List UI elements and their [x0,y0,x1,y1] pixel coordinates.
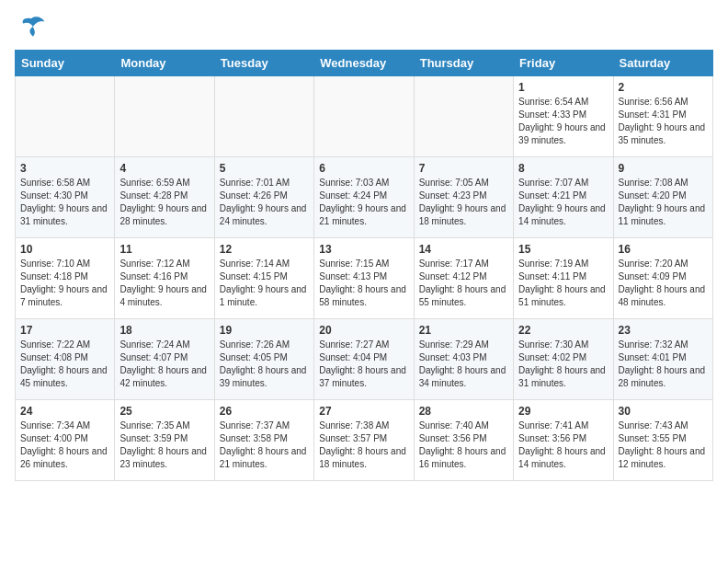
weekday-header-wednesday: Wednesday [314,51,414,76]
calendar-cell: 7Sunrise: 7:05 AM Sunset: 4:23 PM Daylig… [414,157,513,238]
cell-content: Sunrise: 6:59 AM Sunset: 4:28 PM Dayligh… [119,177,209,228]
calendar-cell: 12Sunrise: 7:14 AM Sunset: 4:15 PM Dayli… [214,238,313,319]
day-number: 21 [419,324,508,337]
day-number: 19 [220,324,309,337]
cell-content: Sunrise: 7:15 AM Sunset: 4:13 PM Dayligh… [319,258,408,309]
cell-content: Sunrise: 7:26 AM Sunset: 4:05 PM Dayligh… [220,339,309,390]
calendar-cell: 4Sunrise: 6:59 AM Sunset: 4:28 PM Daylig… [115,157,214,238]
cell-content: Sunrise: 7:07 AM Sunset: 4:21 PM Dayligh… [518,177,608,228]
cell-content: Sunrise: 6:56 AM Sunset: 4:31 PM Dayligh… [619,96,708,147]
calendar-cell [16,76,115,157]
day-number: 10 [20,243,109,256]
calendar-cell [115,76,214,157]
cell-content: Sunrise: 7:10 AM Sunset: 4:18 PM Dayligh… [20,258,109,309]
calendar-cell: 25Sunrise: 7:35 AM Sunset: 3:59 PM Dayli… [115,400,214,481]
day-number: 22 [518,324,608,337]
weekday-header-saturday: Saturday [613,51,712,76]
calendar-cell: 10Sunrise: 7:10 AM Sunset: 4:18 PM Dayli… [16,238,115,319]
day-number: 27 [319,405,408,418]
calendar-cell: 30Sunrise: 7:43 AM Sunset: 3:55 PM Dayli… [613,400,712,481]
calendar-cell: 9Sunrise: 7:08 AM Sunset: 4:20 PM Daylig… [613,157,712,238]
calendar-table: SundayMondayTuesdayWednesdayThursdayFrid… [15,50,713,481]
day-number: 20 [319,324,408,337]
day-number: 23 [619,324,708,337]
cell-content: Sunrise: 7:41 AM Sunset: 3:56 PM Dayligh… [518,419,608,471]
calendar-cell: 23Sunrise: 7:32 AM Sunset: 4:01 PM Dayli… [613,319,712,400]
calendar-week-row: 1Sunrise: 6:54 AM Sunset: 4:33 PM Daylig… [16,76,713,157]
cell-content: Sunrise: 7:14 AM Sunset: 4:15 PM Dayligh… [220,258,309,309]
calendar-cell: 29Sunrise: 7:41 AM Sunset: 3:56 PM Dayli… [514,400,613,481]
calendar-cell: 3Sunrise: 6:58 AM Sunset: 4:30 PM Daylig… [16,157,115,238]
day-number: 30 [619,405,708,418]
day-number: 29 [518,405,608,418]
day-number: 3 [20,162,109,175]
cell-content: Sunrise: 7:29 AM Sunset: 4:03 PM Dayligh… [419,339,508,390]
calendar-cell: 14Sunrise: 7:17 AM Sunset: 4:12 PM Dayli… [414,238,513,319]
calendar-cell [314,76,414,157]
day-number: 11 [119,243,209,256]
calendar-cell: 2Sunrise: 6:56 AM Sunset: 4:31 PM Daylig… [613,76,712,157]
day-number: 9 [619,162,708,175]
cell-content: Sunrise: 7:32 AM Sunset: 4:01 PM Dayligh… [619,339,708,390]
cell-content: Sunrise: 7:43 AM Sunset: 3:55 PM Dayligh… [619,419,708,471]
cell-content: Sunrise: 7:05 AM Sunset: 4:23 PM Dayligh… [419,177,508,228]
calendar-cell: 26Sunrise: 7:37 AM Sunset: 3:58 PM Dayli… [214,400,313,481]
cell-content: Sunrise: 7:08 AM Sunset: 4:20 PM Dayligh… [619,177,708,228]
weekday-header-row: SundayMondayTuesdayWednesdayThursdayFrid… [16,51,713,76]
calendar-cell: 11Sunrise: 7:12 AM Sunset: 4:16 PM Dayli… [115,238,214,319]
weekday-header-sunday: Sunday [16,51,115,76]
cell-content: Sunrise: 7:20 AM Sunset: 4:09 PM Dayligh… [619,258,708,309]
cell-content: Sunrise: 7:30 AM Sunset: 4:02 PM Dayligh… [518,339,608,390]
calendar-week-row: 24Sunrise: 7:34 AM Sunset: 4:00 PM Dayli… [16,400,713,481]
cell-content: Sunrise: 6:54 AM Sunset: 4:33 PM Dayligh… [518,96,608,147]
cell-content: Sunrise: 7:22 AM Sunset: 4:08 PM Dayligh… [20,339,109,390]
day-number: 4 [119,162,209,175]
day-number: 15 [518,243,608,256]
cell-content: Sunrise: 7:03 AM Sunset: 4:24 PM Dayligh… [319,177,408,228]
day-number: 26 [220,405,309,418]
cell-content: Sunrise: 7:38 AM Sunset: 3:57 PM Dayligh… [319,419,408,471]
day-number: 17 [20,324,109,337]
calendar-cell: 16Sunrise: 7:20 AM Sunset: 4:09 PM Dayli… [613,238,712,319]
day-number: 5 [220,162,309,175]
weekday-header-monday: Monday [115,51,214,76]
day-number: 14 [419,243,508,256]
weekday-header-tuesday: Tuesday [214,51,313,76]
day-number: 25 [119,405,209,418]
calendar-cell: 28Sunrise: 7:40 AM Sunset: 3:56 PM Dayli… [414,400,513,481]
cell-content: Sunrise: 6:58 AM Sunset: 4:30 PM Dayligh… [20,177,109,228]
day-number: 7 [419,162,508,175]
cell-content: Sunrise: 7:19 AM Sunset: 4:11 PM Dayligh… [518,258,608,309]
calendar-cell [214,76,313,157]
calendar-cell: 20Sunrise: 7:27 AM Sunset: 4:04 PM Dayli… [314,319,414,400]
weekday-header-friday: Friday [514,51,613,76]
calendar-cell: 19Sunrise: 7:26 AM Sunset: 4:05 PM Dayli… [214,319,313,400]
day-number: 6 [319,162,408,175]
weekday-header-thursday: Thursday [414,51,513,76]
day-number: 12 [220,243,309,256]
calendar-cell: 8Sunrise: 7:07 AM Sunset: 4:21 PM Daylig… [514,157,613,238]
cell-content: Sunrise: 7:34 AM Sunset: 4:00 PM Dayligh… [20,419,109,471]
calendar-week-row: 17Sunrise: 7:22 AM Sunset: 4:08 PM Dayli… [16,319,713,400]
cell-content: Sunrise: 7:12 AM Sunset: 4:16 PM Dayligh… [119,258,209,309]
day-number: 8 [518,162,608,175]
cell-content: Sunrise: 7:40 AM Sunset: 3:56 PM Dayligh… [419,419,508,471]
cell-content: Sunrise: 7:37 AM Sunset: 3:58 PM Dayligh… [220,419,309,471]
day-number: 16 [619,243,708,256]
day-number: 2 [619,81,708,94]
calendar-cell: 22Sunrise: 7:30 AM Sunset: 4:02 PM Dayli… [514,319,613,400]
calendar-cell [414,76,513,157]
day-number: 13 [319,243,408,256]
cell-content: Sunrise: 7:35 AM Sunset: 3:59 PM Dayligh… [119,419,209,471]
cell-content: Sunrise: 7:01 AM Sunset: 4:26 PM Dayligh… [220,177,309,228]
calendar-cell: 21Sunrise: 7:29 AM Sunset: 4:03 PM Dayli… [414,319,513,400]
day-number: 24 [20,405,109,418]
calendar-cell: 27Sunrise: 7:38 AM Sunset: 3:57 PM Dayli… [314,400,414,481]
calendar-week-row: 10Sunrise: 7:10 AM Sunset: 4:18 PM Dayli… [16,238,713,319]
cell-content: Sunrise: 7:17 AM Sunset: 4:12 PM Dayligh… [419,258,508,309]
calendar-cell: 15Sunrise: 7:19 AM Sunset: 4:11 PM Dayli… [514,238,613,319]
calendar-cell: 13Sunrise: 7:15 AM Sunset: 4:13 PM Dayli… [314,238,414,319]
calendar-cell: 5Sunrise: 7:01 AM Sunset: 4:26 PM Daylig… [214,157,313,238]
logo-bird-icon [17,15,46,40]
calendar-cell: 18Sunrise: 7:24 AM Sunset: 4:07 PM Dayli… [115,319,214,400]
